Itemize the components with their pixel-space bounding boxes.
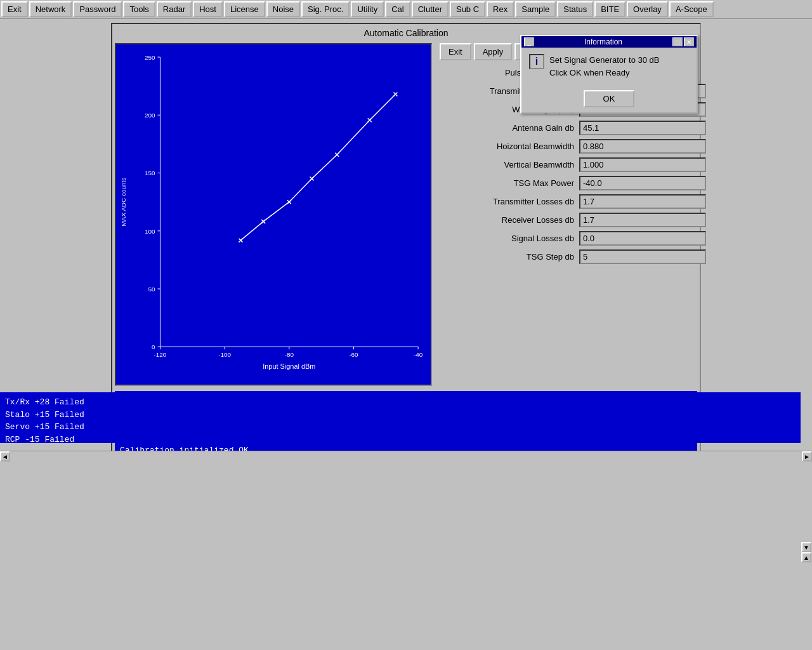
scroll-up-btn[interactable]: ▲	[801, 552, 811, 562]
menu-item-overlay[interactable]: Overlay	[627, 1, 668, 17]
field-row-antenna-gain: Antenna Gain db	[440, 121, 706, 135]
svg-text:0: 0	[152, 343, 155, 350]
menu-item-status[interactable]: Status	[557, 1, 593, 17]
field-row-signal-losses: Signal Losses db	[440, 231, 706, 246]
dialog-close-btn[interactable]: ✕	[684, 37, 694, 46]
field-label-signal-losses: Signal Losses db	[440, 234, 579, 243]
svg-text:MAX ADC counts: MAX ADC counts	[120, 178, 127, 227]
menu-bar: ExitNetworkPasswordToolsRadarHostLicense…	[0, 0, 812, 19]
field-label-horiz-beamwidth: Hoizontal Beamwidth	[440, 142, 579, 151]
menu-item-clutter[interactable]: Clutter	[412, 1, 449, 17]
svg-rect-0	[116, 44, 431, 385]
menu-item-bite[interactable]: BITE	[594, 1, 625, 17]
svg-text:Input Signal dBm: Input Signal dBm	[263, 362, 315, 370]
field-input-antenna-gain[interactable]	[579, 121, 706, 135]
menu-item-password[interactable]: Password	[73, 1, 122, 17]
menu-item-sig--proc-[interactable]: Sig. Proc.	[301, 1, 350, 17]
info-titlebar: _ Information □ ✕	[521, 36, 697, 48]
exit-button[interactable]: Exit	[440, 43, 471, 60]
info-line1: Set Signal Generator to 30 dB	[549, 54, 659, 67]
chart-svg: 0 50 100 150 200	[116, 44, 431, 385]
scrollbar-horizontal[interactable]: ◄ ►	[0, 451, 812, 462]
info-message: Set Signal Generator to 30 dB Click OK w…	[549, 54, 659, 79]
field-input-tsg-max-power[interactable]	[579, 176, 706, 190]
info-ok-area: OK	[521, 85, 697, 112]
field-input-horiz-beamwidth[interactable]	[579, 139, 706, 154]
field-row-horiz-beamwidth: Hoizontal Beamwidth	[440, 139, 706, 154]
menu-item-tools[interactable]: Tools	[123, 1, 155, 17]
field-input-rx-losses[interactable]	[579, 213, 706, 227]
menu-item-host[interactable]: Host	[193, 1, 223, 17]
svg-text:-60: -60	[349, 351, 358, 358]
menu-item-rex[interactable]: Rex	[487, 1, 514, 17]
info-dialog: _ Information □ ✕ i Set Signal Generator…	[520, 35, 698, 114]
svg-text:200: 200	[145, 112, 155, 119]
dialog-restore-btn[interactable]: □	[672, 37, 683, 46]
svg-text:-80: -80	[285, 351, 294, 358]
svg-text:100: 100	[145, 228, 155, 235]
field-row-tsg-max-power: TSG Max Power	[440, 176, 706, 190]
menu-item-a-scope[interactable]: A-Scope	[669, 1, 714, 17]
field-input-tsg-step[interactable]	[579, 249, 706, 264]
chart-container: 0 50 100 150 200	[115, 43, 432, 386]
menu-item-radar[interactable]: Radar	[157, 1, 192, 17]
bottom-status-line: RCP -15 Failed	[5, 434, 796, 444]
menu-item-cal[interactable]: Cal	[385, 1, 410, 17]
field-label-vert-beamwidth: Vertical Beamwidth	[440, 160, 579, 169]
field-input-signal-losses[interactable]	[579, 231, 706, 246]
field-label-antenna-gain: Antenna Gain db	[440, 123, 579, 133]
field-input-tx-losses[interactable]	[579, 194, 706, 209]
scroll-left-btn[interactable]: ◄	[0, 451, 10, 461]
bottom-status-line: Servo +15 Failed	[5, 421, 796, 434]
menu-item-sub-c[interactable]: Sub C	[450, 1, 485, 17]
info-title: Information	[534, 37, 672, 46]
info-line2: Click OK when Ready	[549, 67, 659, 79]
menu-item-license[interactable]: License	[224, 1, 265, 17]
field-row-rx-losses: Receiver Losses db	[440, 213, 706, 227]
svg-text:-40: -40	[414, 351, 423, 358]
svg-text:150: 150	[145, 169, 155, 176]
field-label-rx-losses: Receiver Losses db	[440, 215, 579, 225]
apply-button[interactable]: Apply	[474, 43, 513, 60]
scroll-right-btn[interactable]: ►	[802, 451, 812, 461]
svg-text:50: 50	[148, 286, 155, 293]
bottom-status-line: Stalo +15 Failed	[5, 409, 796, 421]
bottom-status-area: Tx/Rx +28 FailedStalo +15 FailedServo +1…	[0, 392, 801, 443]
svg-text:-100: -100	[218, 351, 231, 358]
svg-text:250: 250	[145, 54, 155, 61]
menu-item-network[interactable]: Network	[29, 1, 72, 17]
info-body: i Set Signal Generator to 30 dB Click OK…	[521, 48, 697, 85]
scroll-down-btn[interactable]: ▼	[801, 542, 811, 552]
menu-item-utility[interactable]: Utility	[351, 1, 384, 17]
ok-button[interactable]: OK	[584, 90, 634, 107]
field-row-tsg-step: TSG Step db	[440, 249, 706, 264]
field-input-vert-beamwidth[interactable]	[579, 157, 706, 172]
menu-item-exit[interactable]: Exit	[1, 1, 28, 17]
menu-item-noise[interactable]: Noise	[266, 1, 300, 17]
field-row-vert-beamwidth: Vertical Beamwidth	[440, 157, 706, 172]
info-icon-display: i	[529, 54, 544, 69]
bottom-status-line: Tx/Rx +28 Failed	[5, 396, 796, 409]
field-label-tx-losses: Transmitter Losses db	[440, 197, 579, 206]
dialog-minimize-btn[interactable]: _	[524, 37, 534, 46]
field-label-tsg-step: TSG Step db	[440, 252, 579, 262]
field-row-tx-losses: Transmitter Losses db	[440, 194, 706, 209]
menu-item-sample[interactable]: Sample	[515, 1, 556, 17]
svg-text:-120: -120	[154, 351, 167, 358]
field-label-tsg-max-power: TSG Max Power	[440, 178, 579, 188]
